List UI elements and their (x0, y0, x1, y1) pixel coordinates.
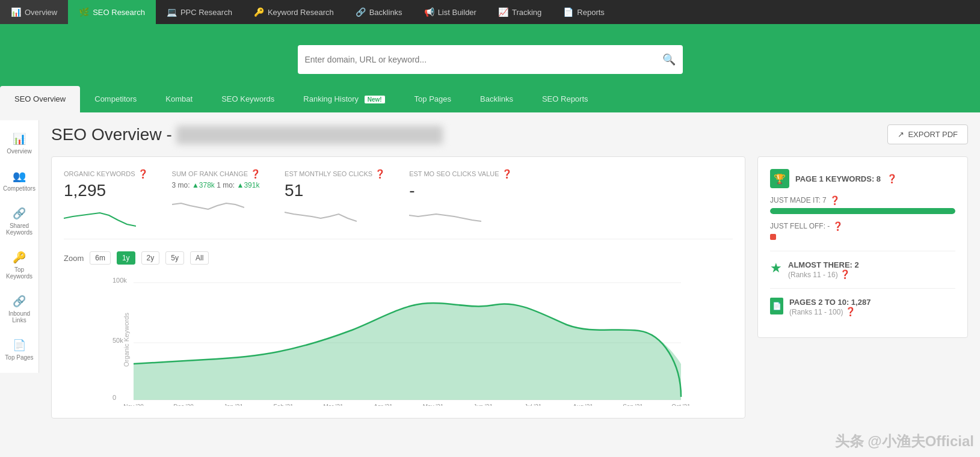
sum-rank-sparkline (172, 192, 244, 216)
just-fell-off-indicator (770, 234, 776, 240)
zoom-6m[interactable]: 6m (90, 251, 111, 265)
just-made-it-help[interactable]: ❓ (830, 195, 840, 205)
sidebar-top-keywords-icon: 🔑 (13, 251, 26, 264)
svg-text:Apr '21: Apr '21 (374, 403, 393, 406)
svg-text:Jan '21: Jan '21 (224, 403, 243, 406)
just-made-it-fill (770, 208, 955, 214)
tab-ranking-history[interactable]: Ranking History New! (289, 86, 399, 112)
export-icon: ↗ (898, 130, 904, 139)
svg-text:Dec '20: Dec '20 (173, 403, 194, 406)
nav-keyword-research[interactable]: 🔑 Keyword Research (243, 0, 345, 24)
svg-text:May '21: May '21 (423, 403, 444, 406)
page1-help[interactable]: ❓ (887, 174, 897, 183)
svg-text:Nov '20: Nov '20 (123, 403, 144, 406)
search-bar: 🔍 (298, 45, 683, 74)
chart-controls: Zoom 6m 1y 2y 5y All (64, 251, 733, 265)
svg-text:Feb '21: Feb '21 (273, 403, 293, 406)
green-header: 🔍 SEO Overview Competitors Kombat SEO Ke… (0, 24, 980, 112)
stat-monthly-seo-clicks: EST MONTHLY SEO CLICKS ❓ 51 (285, 169, 385, 230)
svg-text:Organic Keywords: Organic Keywords (123, 313, 130, 367)
sub-navigation: SEO Overview Competitors Kombat SEO Keyw… (0, 86, 980, 112)
zoom-all[interactable]: All (190, 251, 209, 265)
stats-chart-panel: ORGANIC KEYWORDS ❓ 1,295 SUM OF RANK CHA… (51, 156, 745, 419)
zoom-2y[interactable]: 2y (141, 251, 160, 265)
tab-competitors[interactable]: Competitors (80, 86, 151, 112)
svg-text:0: 0 (112, 394, 116, 401)
export-pdf-button[interactable]: ↗ EXPORT PDF (887, 124, 968, 144)
pages2-10-ranks: (Ranks 11 - 100) (789, 308, 843, 316)
nav-reports[interactable]: 📄 Reports (552, 0, 615, 24)
tracking-icon: 📈 (498, 7, 508, 17)
pages-icon: 📄 (770, 298, 783, 314)
svg-text:50k: 50k (112, 337, 123, 344)
just-made-it-label: JUST MADE IT: 7 (770, 196, 827, 204)
sidebar-overview-icon: 📊 (13, 132, 26, 146)
just-fell-off-help[interactable]: ❓ (833, 221, 843, 231)
sidebar-item-top-keywords[interactable]: 🔑 Top Keywords (0, 245, 39, 286)
search-input[interactable] (305, 55, 662, 64)
tab-top-pages[interactable]: Top Pages (400, 86, 466, 112)
tab-seo-reports[interactable]: SEO Reports (528, 86, 603, 112)
organic-keywords-sparkline (64, 203, 136, 227)
tab-backlinks[interactable]: Backlinks (466, 86, 528, 112)
svg-text:Jun '21: Jun '21 (473, 403, 493, 406)
svg-text:Mar '21: Mar '21 (323, 403, 343, 406)
search-button[interactable]: 🔍 (662, 53, 676, 66)
nav-ppc-research[interactable]: 💻 PPC Research (156, 0, 243, 24)
list-builder-icon: 📢 (424, 7, 434, 17)
sidebar-item-inbound-links[interactable]: 🔗 Inbound Links (0, 289, 39, 330)
svg-text:100k: 100k (112, 277, 127, 284)
backlinks-icon: 🔗 (356, 7, 366, 17)
clicks-value-help[interactable]: ❓ (502, 169, 512, 179)
svg-text:Sep '21: Sep '21 (623, 403, 643, 406)
right-panel: 🏆 PAGE 1 KEYWORDS: 8 ❓ JUST MADE IT: 7 ❓ (757, 156, 968, 419)
page1-keywords-title: PAGE 1 KEYWORDS: 8 (795, 174, 881, 183)
pages2-10-section: 📄 PAGES 2 TO 10: 1,287 (Ranks 11 - 100) … (770, 288, 955, 325)
page-title-bar: SEO Overview - ████████████████████████ … (51, 124, 968, 144)
star-icon: ★ (770, 260, 782, 276)
clicks-value-sparkline (409, 203, 481, 227)
page1-keywords-section: 🏆 PAGE 1 KEYWORDS: 8 ❓ JUST MADE IT: 7 ❓ (770, 169, 955, 240)
sidebar-inbound-links-icon: 🔗 (13, 295, 26, 308)
just-made-it-progress (770, 208, 955, 214)
nav-seo-research[interactable]: 🌿 SEO Research (68, 0, 156, 24)
svg-text:Aug '21: Aug '21 (573, 403, 593, 406)
pages2-10-title: PAGES 2 TO 10: 1,287 (789, 298, 871, 307)
trophy-icon: 🏆 (770, 169, 789, 188)
nav-backlinks[interactable]: 🔗 Backlinks (345, 0, 413, 24)
sidebar-top-pages-icon: 📄 (13, 339, 26, 352)
overview-icon: 📊 (11, 7, 21, 17)
keyword-card: 🏆 PAGE 1 KEYWORDS: 8 ❓ JUST MADE IT: 7 ❓ (757, 156, 968, 338)
just-fell-off-section: JUST FELL OFF: - ❓ (770, 221, 955, 240)
organic-keywords-chart: 100k 50k 0 Organic Keywords Nov '20 (64, 274, 733, 406)
sidebar-item-top-pages[interactable]: 📄 Top Pages (0, 333, 39, 367)
svg-text:Jul '21: Jul '21 (525, 403, 542, 406)
monthly-clicks-help[interactable]: ❓ (375, 169, 385, 179)
seo-research-icon: 🌿 (79, 7, 89, 17)
sidebar-item-competitors[interactable]: 👥 Competitors (0, 164, 39, 198)
nav-overview[interactable]: 📊 Overview (0, 0, 68, 24)
search-bar-container: 🔍 (0, 36, 980, 86)
monthly-clicks-sparkline (285, 203, 357, 227)
stat-clicks-value: EST MO SEO CLICKS VALUE ❓ - (409, 169, 511, 230)
main-chart: 100k 50k 0 Organic Keywords Nov '20 (64, 274, 733, 406)
ppc-icon: 💻 (167, 7, 177, 17)
zoom-5y[interactable]: 5y (165, 251, 184, 265)
nav-list-builder[interactable]: 📢 List Builder (413, 0, 487, 24)
sidebar-item-overview[interactable]: 📊 Overview (0, 126, 39, 161)
tab-seo-overview[interactable]: SEO Overview (0, 86, 80, 112)
tab-seo-keywords[interactable]: SEO Keywords (207, 86, 289, 112)
sidebar: 📊 Overview 👥 Competitors 🔗 Shared Keywor… (0, 120, 39, 373)
almost-there-title: ALMOST THERE: 2 (788, 260, 859, 269)
page-title: SEO Overview - ████████████████████████ (51, 125, 443, 144)
pages2-10-help[interactable]: ❓ (845, 307, 855, 316)
reports-icon: 📄 (563, 7, 573, 17)
organic-keywords-help[interactable]: ❓ (138, 169, 148, 179)
almost-there-help[interactable]: ❓ (840, 269, 850, 279)
nav-tracking[interactable]: 📈 Tracking (487, 0, 552, 24)
tab-kombat[interactable]: Kombat (151, 86, 207, 112)
sum-rank-help[interactable]: ❓ (250, 169, 260, 179)
sidebar-item-shared-keywords[interactable]: 🔗 Shared Keywords (0, 201, 39, 242)
svg-text:Oct '21: Oct '21 (671, 403, 691, 406)
zoom-1y[interactable]: 1y (117, 251, 135, 265)
